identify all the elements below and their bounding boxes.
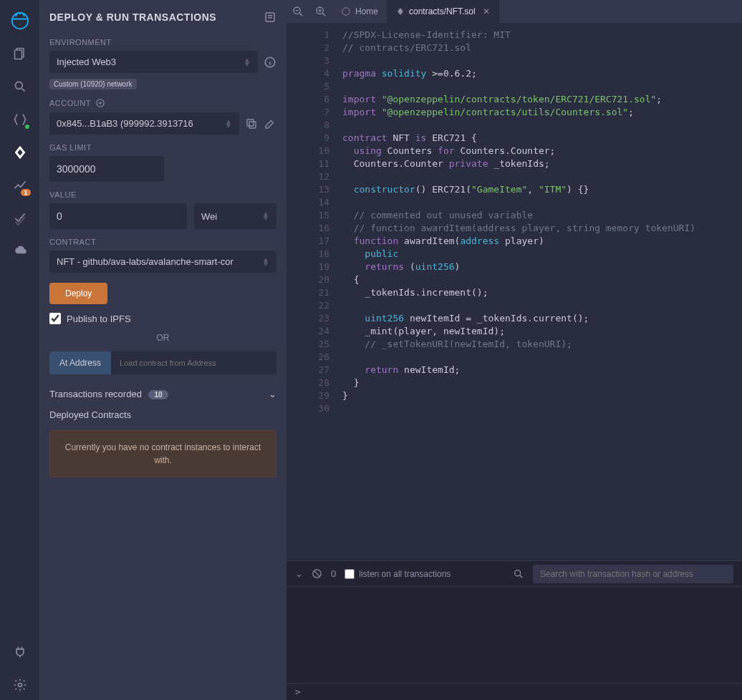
panel-title: DEPLOY & RUN TRANSACTIONS bbox=[49, 11, 216, 23]
network-badge: Custom (10920) network bbox=[49, 79, 137, 89]
terminal-panel: ⌄ 0 listen on all transactions > bbox=[286, 560, 742, 700]
panel-menu-icon[interactable] bbox=[264, 11, 276, 24]
account-label: ACCOUNT bbox=[49, 99, 91, 107]
svg-point-14 bbox=[515, 570, 521, 575]
chevron-updown-icon: ▲▼ bbox=[262, 258, 269, 266]
plugin-manager-icon[interactable] bbox=[5, 637, 35, 667]
gas-limit-input[interactable] bbox=[49, 156, 164, 182]
plus-circle-icon[interactable] bbox=[95, 98, 105, 108]
svg-point-4 bbox=[18, 684, 21, 687]
debugger-icon[interactable]: 1 bbox=[5, 170, 35, 200]
chevron-updown-icon: ▲▼ bbox=[244, 58, 251, 67]
deploy-run-panel: DEPLOY & RUN TRANSACTIONS ENVIRONMENT In… bbox=[39, 0, 286, 700]
close-icon[interactable]: ✕ bbox=[483, 6, 490, 16]
listen-all-checkbox[interactable] bbox=[344, 569, 355, 579]
deployed-contracts-title: Deployed Contracts bbox=[49, 409, 276, 420]
contract-label: CONTRACT bbox=[49, 238, 276, 246]
tab-home[interactable]: Home bbox=[332, 0, 387, 23]
main-area: Home contracts/NFT.sol ✕ 123456789101112… bbox=[286, 0, 742, 700]
terminal-output[interactable] bbox=[286, 587, 742, 683]
zoom-out-icon[interactable] bbox=[286, 0, 309, 23]
compiler-icon[interactable] bbox=[5, 104, 35, 135]
publish-ipfs-checkbox[interactable] bbox=[49, 313, 61, 324]
chevron-down-icon: ⌄ bbox=[269, 389, 276, 399]
at-address-input[interactable] bbox=[111, 351, 276, 374]
search-icon[interactable] bbox=[5, 72, 35, 102]
contract-select[interactable]: NFT - github/ava-labs/avalanche-smart-co… bbox=[49, 251, 276, 273]
notification-badge: 1 bbox=[21, 189, 30, 196]
deploy-button[interactable]: Deploy bbox=[49, 283, 107, 304]
search-icon[interactable] bbox=[513, 568, 524, 580]
deploy-run-icon[interactable] bbox=[5, 137, 35, 167]
info-icon[interactable] bbox=[264, 56, 276, 69]
svg-point-3 bbox=[15, 82, 22, 89]
chevron-updown-icon: ▲▼ bbox=[262, 212, 269, 220]
value-unit-select[interactable]: Wei ▲▼ bbox=[194, 203, 276, 229]
tx-count-badge: 10 bbox=[148, 390, 168, 399]
svg-point-0 bbox=[11, 13, 28, 29]
code-editor[interactable]: 1234567891011121314151617181920212223242… bbox=[286, 23, 742, 560]
tab-file-nft[interactable]: contracts/NFT.sol ✕ bbox=[387, 0, 499, 23]
remix-logo-icon[interactable] bbox=[5, 6, 35, 36]
publish-ipfs-label: Publish to IPFS bbox=[67, 313, 131, 324]
compile-success-dot bbox=[24, 123, 31, 130]
pending-count: 0 bbox=[331, 568, 336, 579]
analysis-icon[interactable] bbox=[5, 203, 35, 233]
environment-label: ENVIRONMENT bbox=[49, 38, 276, 47]
or-separator: OR bbox=[49, 333, 276, 343]
zoom-in-icon[interactable] bbox=[309, 0, 332, 23]
terminal-prompt[interactable]: > bbox=[286, 683, 742, 700]
account-select[interactable]: 0x845...B1aB3 (999992.3913716 ▲▼ bbox=[49, 112, 239, 135]
at-address-button[interactable]: At Address bbox=[49, 351, 111, 374]
terminal-search-input[interactable] bbox=[533, 565, 733, 583]
svg-point-12 bbox=[342, 8, 350, 16]
copy-icon[interactable] bbox=[245, 117, 258, 130]
code-content: //SPDX-License-Identifier: MIT// contrac… bbox=[342, 23, 695, 560]
gas-limit-label: GAS LIMIT bbox=[49, 143, 276, 152]
no-instances-warning: Currently you have no contract instances… bbox=[49, 430, 276, 477]
environment-select[interactable]: Injected Web3 ▲▼ bbox=[49, 51, 258, 73]
svg-rect-9 bbox=[247, 120, 254, 126]
chevron-updown-icon: ▲▼ bbox=[225, 120, 232, 128]
value-label: VALUE bbox=[49, 190, 276, 199]
value-amount-input[interactable] bbox=[49, 203, 187, 229]
svg-rect-2 bbox=[14, 50, 21, 59]
icon-sidebar: 1 bbox=[0, 0, 39, 700]
terminal-collapse-icon[interactable]: ⌄ bbox=[295, 568, 303, 579]
tab-bar: Home contracts/NFT.sol ✕ bbox=[286, 0, 742, 23]
line-gutter: 1234567891011121314151617181920212223242… bbox=[286, 23, 342, 560]
edit-icon[interactable] bbox=[264, 117, 276, 130]
plugin-cloud-icon[interactable] bbox=[5, 236, 35, 266]
svg-rect-8 bbox=[249, 122, 256, 128]
transactions-recorded-toggle[interactable]: Transactions recorded 10 ⌄ bbox=[49, 389, 276, 399]
file-explorer-icon[interactable] bbox=[5, 39, 35, 69]
settings-icon[interactable] bbox=[5, 670, 35, 700]
ban-icon[interactable] bbox=[312, 568, 322, 579]
